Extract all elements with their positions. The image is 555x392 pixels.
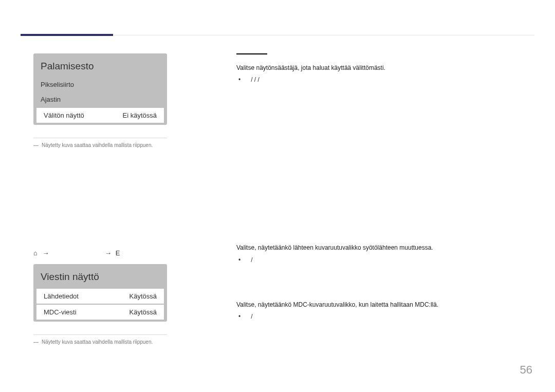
nav-suffix: E	[116, 249, 121, 257]
footnote-1: ―Näytetty kuva saattaa vaihdella mallist…	[33, 141, 167, 149]
menu-row-label: Ajastin	[41, 96, 61, 103]
bullet-dot-icon: •	[238, 256, 240, 264]
footnote-dash: ―	[33, 142, 39, 148]
header-accent	[21, 34, 113, 36]
footnote-text: Näytetty kuva saattaa vaihdella mallista…	[42, 339, 153, 345]
left-column: Palamisesto Pikselisiirto Ajastin Välitö…	[33, 53, 167, 346]
block1-bullet: •/ / /	[236, 76, 524, 83]
block2-bullet-text: /	[251, 256, 252, 264]
block1-text: Valitse näytönsäästäjä, jota haluat käyt…	[236, 63, 524, 73]
block3-text: Valitse, näytetäänkö MDC-kuvaruutuvalikk…	[236, 300, 524, 310]
palamisesto-menu: Palamisesto Pikselisiirto Ajastin Välitö…	[33, 53, 167, 125]
menu-row-pikselisiirto[interactable]: Pikselisiirto	[33, 77, 167, 92]
menu-row-ajastin[interactable]: Ajastin	[33, 92, 167, 107]
bullet-dot-icon: •	[238, 76, 240, 83]
menu-row-label: Pikselisiirto	[41, 81, 74, 88]
block3-bullet: •/	[236, 313, 524, 320]
menu-row-mdc-viesti[interactable]: MDC-viesti Käytössä	[36, 305, 164, 320]
viestin-menu: Viestin näyttö Lähdetiedot Käytössä MDC-…	[33, 264, 167, 322]
menu-row-label: Lähdetiedot	[44, 292, 79, 300]
menu-row-label: MDC-viesti	[44, 308, 77, 316]
nav-path: ⌂ → → E	[33, 249, 167, 257]
nav-arrow-1: →	[42, 249, 50, 257]
palamisesto-title: Palamisesto	[33, 58, 167, 77]
block3-bullet-text: /	[251, 313, 252, 320]
footnote-2: ―Näytetty kuva saattaa vaihdella mallist…	[33, 338, 167, 346]
footnote-divider-2	[33, 334, 167, 335]
footnote-divider	[33, 138, 167, 138]
page-number: 56	[520, 363, 532, 377]
block2-text: Valitse, näytetäänkö lähteen kuvaruutuva…	[236, 242, 524, 253]
block2-bullet: •/	[236, 256, 524, 264]
bullet-dot-icon: •	[238, 313, 240, 320]
section-accent-1	[236, 53, 267, 54]
home-icon: ⌂	[33, 249, 38, 257]
footnote-text: Näytetty kuva saattaa vaihdella mallista…	[42, 142, 153, 148]
viestin-title: Viestin näyttö	[33, 268, 167, 288]
block1-bullet-text: / / /	[251, 76, 260, 83]
menu-row-lahdetiedot[interactable]: Lähdetiedot Käytössä	[36, 289, 164, 304]
footnote-dash: ―	[33, 339, 39, 345]
right-column: Valitse näytönsäästäjä, jota haluat käyt…	[236, 53, 524, 320]
menu-row-value: Käytössä	[130, 308, 157, 316]
menu-row-label: Välitön näyttö	[44, 111, 84, 119]
nav-arrow-2: →	[105, 249, 113, 257]
menu-row-valiton-naytto[interactable]: Välitön näyttö Ei käytössä	[36, 108, 164, 123]
menu-row-value: Ei käytössä	[123, 111, 157, 119]
menu-row-value: Käytössä	[130, 292, 157, 300]
